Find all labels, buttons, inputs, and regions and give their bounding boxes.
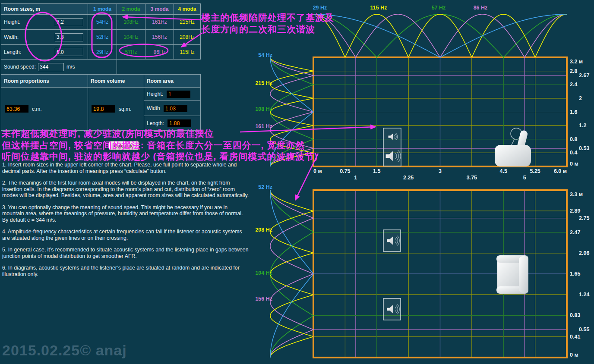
width-input[interactable] [55,33,83,41]
right-axis-label: 2.75 [579,215,589,221]
length-mode-freq-label: 115 Hz [370,5,387,11]
speaker-top-room [383,128,401,166]
x-tick-label: 4.5 [500,168,507,174]
right-axis-label: 1.2 [579,122,586,129]
instruction-5: 5. In general case, it’s recommended to … [2,247,250,259]
length-mode-3-wave [313,14,567,57]
right-axis-label: 0.4 [570,150,577,156]
width-mode-freq-label: 52 Hz [258,184,272,190]
volume-unit: c.m. [32,106,42,112]
listener-chair-side [495,128,531,166]
width-mode1: 52Hz [88,30,117,45]
sound-speed-unit: m/s [66,64,75,70]
length-mode2: 57Hz [117,45,145,60]
right-axis-label: 1.65 [570,271,580,277]
right-axis-label: 1.6 [570,109,577,115]
height-input[interactable] [55,18,83,26]
right-axis-label: 0.55 [579,326,589,333]
width-row: Width: [1,30,88,45]
right-axis-label: 2.8 [570,68,577,74]
width-mode-freq-label: 208 Hz [255,227,272,233]
proportion-length-value: 1.88 [167,119,191,127]
middle-annotation: 未作超低频处理时, 减少驻波(房间模式)的最佳摆位 但这样摆占空间, 较省空间的… [2,128,318,163]
x-tick-label: 6.0 м [554,168,567,174]
instructions-text: 1. Insert room sizes in the upper left c… [2,162,250,283]
height-mode2: 108Hz [117,15,145,30]
length-row: Length: [1,45,88,60]
height-mode-freq-label: 54 Hz [258,52,272,58]
x-tick-label: 1.5 [373,168,380,174]
area-unit: sq.m. [119,106,131,112]
date-credit: 2015.02.25© anaj [2,342,127,359]
width-label: Width: [4,34,19,40]
height-mode-freq-label: 108 Hz [255,106,272,112]
sound-speed-row: Sound speed: m/s [1,60,117,75]
length-input[interactable] [55,48,83,56]
right-axis-label: 3.3 м [570,191,583,198]
x-tick-label: 2.25 [403,175,414,181]
right-axis-label: 0.41 [570,334,580,340]
instruction-3: 3. You can optionally change the meaning… [2,204,250,223]
width-mode-freq-label: 104 Hz [255,270,272,276]
node-grid-lines [313,57,567,358]
instruction-2: 2. The meanings of the first four room a… [2,180,250,199]
instruction-4: 4. Amplitude-frequency characteristics a… [2,229,250,241]
volume-title: Room volume [88,75,144,88]
x-tick-label: 5 [523,175,526,181]
height-row: Height: [1,15,88,30]
width-mode3: 156Hz [145,30,174,45]
moda-header-4: 4 moda [174,4,201,15]
right-axis-label: 0.53 [579,145,589,151]
proportions-title: Room proportions [1,75,88,88]
middle-annotation-line1: 未作超低频处理时, 减少驻波(房间模式)的最佳摆位 [2,128,318,140]
sound-speed-label: Sound speed: [4,64,36,70]
speaker-bottom-room-right [383,298,401,320]
top-annotation-line1: 楼主的低频陷阱处理不了基波及 [201,12,334,24]
volume-cell: 63.36 c.m. [1,88,88,131]
width-mode2: 104Hz [117,30,145,45]
area-value: 19.8 [92,105,115,113]
right-axis-label: 2.47 [570,229,580,235]
x-tick-label: 5.25 [530,168,540,174]
length-mode-freq-label: 29 Hz [313,5,327,11]
height-mode4: 215Hz [174,15,201,30]
right-axis-label: 0.83 [570,312,580,318]
right-axis-label: 2.89 [570,208,580,214]
proportion-height-row: Height: 1 [144,88,201,101]
right-axis-label: 1.24 [579,292,589,298]
width-mode-freq-label: 156 Hz [255,296,272,302]
right-axis-label: 2.67 [579,72,589,78]
length-mode4: 115Hz [174,45,201,60]
x-tick-label: 0.75 [340,168,350,174]
proportion-height-value: 1 [167,91,190,98]
x-tick-label: 3.75 [467,175,477,181]
x-tick-label: 0 м [313,168,322,174]
height-label: Height: [4,19,20,25]
sound-speed-input[interactable] [38,63,64,71]
length-mode1: 29Hz [88,45,117,60]
right-axis-label: 2.4 [570,82,577,88]
right-axis-label: 0.8 [570,136,577,142]
length-mode-freq-label: 57 Hz [432,5,446,11]
moda-header-1: 1 moda [88,4,117,15]
width-mode4: 208Hz [174,30,201,45]
right-axis-label: 2.06 [579,250,589,256]
height-mode3: 161Hz [145,15,174,30]
results-table: Room proportions Room volume Room area H… [1,74,201,131]
middle-annotation-line3: 听间位越靠中间, 驻波的影响就越少 (音箱摆位也是, 看房间模式的波腹波节) [2,151,318,163]
length-mode3: 86Hz [145,45,174,60]
chair-seat [495,145,531,166]
room-mode-calculator-app: 29 Hz115 Hz57 Hz86 Hz54 Hz215 Hz108 Hz16… [0,0,594,364]
chair-backrest [519,256,528,293]
right-axis-label: 3.2 м [570,59,583,65]
instruction-1: 1. Insert room sizes in the upper left c… [2,162,250,174]
top-annotation: 楼主的低频陷阱处理不了基波及 长度方向的二次和三次谐波 [201,12,334,35]
area-title: Room area [144,75,201,88]
proportion-width-label: Width [147,105,160,111]
proportion-width-row: Width 1.03 [144,101,201,116]
x-tick-label: 3 [439,168,442,174]
instruction-6: 6. In diagrams, acoustic systems and the… [2,265,250,277]
proportion-width-value: 1.03 [164,105,187,112]
height-mode-freq-label: 215 Hz [255,80,272,86]
right-axis-label: 0 м [570,352,578,358]
